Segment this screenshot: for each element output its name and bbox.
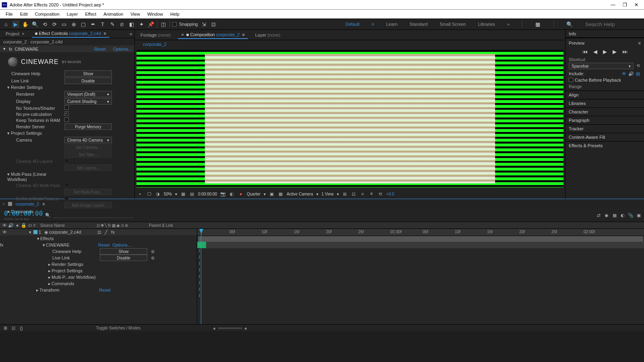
tab-composition[interactable]: × ■ Composition corporate_2 ≡ — [178, 31, 248, 39]
selection-tool-icon[interactable]: ▶ — [12, 21, 19, 28]
menu-effect[interactable]: Effect — [82, 11, 99, 17]
expand-icon[interactable]: {} — [19, 325, 24, 331]
channel-icon[interactable]: ◐ — [229, 191, 235, 197]
camera-dropdown[interactable]: Cinema 4D Camera▾ — [64, 137, 112, 143]
tl-render-settings[interactable]: Render Settings — [52, 262, 83, 267]
workspace-standard[interactable]: Standard — [410, 22, 428, 27]
workspace-libraries[interactable]: Libraries — [478, 22, 495, 27]
include-video-icon[interactable]: 👁 — [621, 71, 627, 76]
search-input[interactable] — [585, 21, 634, 27]
tl-multi-twirl[interactable]: ▸ — [47, 275, 52, 280]
tl-disable-button[interactable]: Disable — [100, 255, 147, 261]
shape-tool-icon[interactable]: ▢ — [80, 21, 87, 28]
tl-show-button[interactable]: Show — [100, 248, 147, 255]
brush-tool-icon[interactable]: ✎ — [109, 21, 116, 28]
loop-icon[interactable]: ⟲ — [635, 63, 641, 68]
audio-col-icon[interactable]: 🔊 — [8, 222, 14, 228]
tab-project[interactable]: Project × — [2, 30, 28, 37]
multipass-group[interactable]: ▾ Multi-Pass (Linear Workflow) — [0, 172, 64, 182]
current-timecode[interactable]: 0:00:00:00 — [2, 210, 43, 217]
lock-col-icon[interactable]: 🔒 — [21, 222, 27, 228]
pen-tool-icon[interactable]: ✒ — [89, 21, 97, 28]
twirl-icon[interactable]: ▾ — [2, 46, 6, 51]
preview-panel-header[interactable]: Preview — [569, 41, 584, 45]
character-panel[interactable]: Character — [569, 109, 588, 114]
exposure-value[interactable]: +0.0 — [386, 192, 394, 196]
maximize-icon[interactable]: ❐ — [623, 2, 627, 8]
libraries-panel[interactable]: Libraries — [569, 101, 586, 106]
panel-overflow-icon[interactable]: » — [130, 31, 132, 36]
layer-color-icon[interactable] — [33, 230, 37, 234]
cache-checkbox[interactable] — [569, 78, 573, 82]
roi-icon[interactable]: ▣ — [269, 191, 275, 197]
play-icon[interactable]: ▶ — [603, 49, 607, 55]
menu-animation[interactable]: Animation — [100, 11, 126, 17]
tracker-panel[interactable]: Tracker — [569, 126, 584, 131]
fast-preview-icon[interactable]: ⊡ — [351, 191, 357, 197]
menu-edit[interactable]: Edit — [17, 11, 31, 17]
zoom-out-icon[interactable]: ▲ — [213, 326, 217, 330]
mesh-icon[interactable]: ◫ — [160, 21, 167, 28]
pixel-aspect-icon[interactable]: ⊞ — [342, 191, 348, 197]
color-icon[interactable]: ● — [238, 191, 244, 197]
tl-project-twirl[interactable]: ▸ — [47, 268, 52, 274]
fx-options[interactable]: Options... — [113, 47, 132, 51]
tl-commands-twirl[interactable]: ▸ — [47, 281, 52, 286]
pickwhip-icon-2[interactable]: ⊚ — [150, 255, 155, 261]
fx-reset[interactable]: Reset — [94, 47, 106, 51]
timeline-tab-menu-icon[interactable]: ≡ — [42, 202, 45, 206]
cineware-twirl[interactable]: ▾ — [42, 243, 46, 248]
effects-twirl[interactable]: ▾ — [36, 236, 40, 241]
orbit-tool-icon[interactable]: ⟲ — [41, 21, 48, 28]
workspace-switcher-icon[interactable]: ▦ — [534, 21, 541, 28]
pan-behind-tool-icon[interactable]: ⊕ — [70, 21, 77, 28]
alpha-icon[interactable]: ▪ — [137, 191, 143, 197]
tl-render-twirl[interactable]: ▸ — [47, 262, 52, 267]
eraser-tool-icon[interactable]: ◧ — [128, 21, 135, 28]
include-overlays-icon[interactable]: ▤ — [635, 71, 641, 77]
flowchart-comp[interactable]: corporate_2 — [143, 42, 167, 47]
tab-effect-controls[interactable]: ■ Effect Controls corporate_2.c4d ≡ — [32, 30, 109, 38]
layer-twirl[interactable]: ▾ — [28, 230, 32, 235]
video-col-icon[interactable]: 👁 — [2, 222, 7, 228]
menu-view[interactable]: View — [127, 11, 143, 17]
workspace-learn[interactable]: Learn — [386, 22, 397, 27]
menu-help[interactable]: Help — [167, 11, 183, 17]
playhead-icon[interactable] — [199, 229, 203, 234]
shy-icon[interactable]: ◉ — [604, 212, 609, 218]
render-settings-group[interactable]: ▾ Render Settings — [0, 85, 64, 90]
tl-multipass[interactable]: Multi-P...ear Workflow) — [52, 275, 96, 280]
toggle-modes-icon[interactable]: ⊡ — [10, 325, 16, 331]
renderer-dropdown[interactable]: Viewport (Draft)▾ — [64, 91, 112, 97]
tab-footage[interactable]: Footage (none) — [137, 31, 174, 39]
first-frame-icon[interactable]: ⏮ — [582, 49, 588, 55]
source-name-header[interactable]: Source Name — [40, 223, 97, 228]
snap-opt-icon[interactable]: ⇲ — [200, 21, 208, 28]
align-panel[interactable]: Align — [569, 93, 578, 97]
zoom-in-icon[interactable]: ▲ — [244, 326, 248, 330]
live-link-button[interactable]: Disable — [64, 78, 112, 84]
timeline-search-icon[interactable]: 🔍 — [45, 212, 51, 218]
keep-textures-checkbox[interactable] — [64, 117, 69, 122]
menu-layer[interactable]: Layer — [64, 11, 81, 17]
mask-icon[interactable]: ◑ — [155, 191, 161, 197]
brain-icon[interactable]: ▣ — [636, 212, 642, 218]
menu-window[interactable]: Window — [144, 11, 166, 17]
menu-file[interactable]: File — [2, 11, 16, 17]
workspace-default[interactable]: Default — [345, 22, 359, 27]
frame-blend-icon[interactable]: ▦ — [612, 212, 617, 218]
transparency-icon[interactable]: ▦ — [278, 191, 283, 197]
camera-view-dropdown[interactable]: Active Camera — [287, 192, 313, 196]
panel-menu-icon[interactable]: ≡ — [638, 41, 641, 45]
rotate-tool-icon[interactable]: ⟳ — [51, 21, 58, 28]
track-area[interactable]: 05f 10f 15f 20f 25f 01:00f 05f 10f 15f 2… — [197, 229, 644, 324]
parent-link-header[interactable]: Parent & Link — [149, 223, 197, 228]
flowchart-icon[interactable]: ⚘ — [369, 191, 374, 197]
cineware-help-button[interactable]: Show — [64, 70, 112, 77]
display-dropdown[interactable]: Current Shading▾ — [64, 98, 112, 105]
snapping-checkbox[interactable] — [172, 22, 177, 27]
purge-memory-button[interactable]: Purge Memory — [64, 123, 112, 130]
next-frame-icon[interactable]: ▶ — [613, 49, 617, 55]
roto-tool-icon[interactable]: ✦ — [138, 21, 145, 28]
magnification-dropdown[interactable]: 50% — [164, 192, 172, 196]
